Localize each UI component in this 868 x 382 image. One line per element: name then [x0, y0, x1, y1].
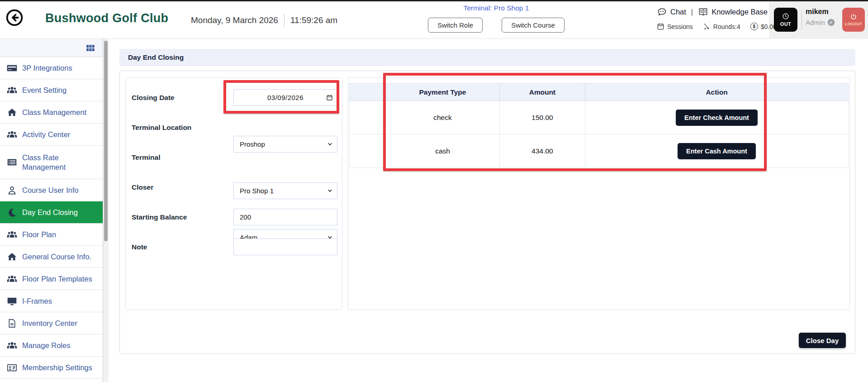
- golf-club-icon: [703, 23, 711, 30]
- sidebar-item-day-end-closing[interactable]: Day End Closing: [0, 201, 103, 224]
- app-header: Bushwood Golf Club Monday, 9 March 2026 …: [0, 1, 868, 39]
- enter-check-amount-button[interactable]: Enter Check Amount: [676, 110, 758, 126]
- current-date: Monday, 9 March 2026: [191, 15, 278, 25]
- sidebar-item-label: General Course Info.: [22, 252, 91, 262]
- chevron-down-icon: [327, 187, 333, 194]
- sidebar-item-class-rate-management[interactable]: Class Rate Management: [0, 146, 103, 179]
- sidebar-scrollbar-thumb[interactable]: [104, 41, 108, 241]
- sidebar-item-event-setting[interactable]: Event Setting: [0, 79, 103, 101]
- terminal-location-label: Terminal Location: [132, 124, 191, 132]
- document-icon: [7, 318, 17, 329]
- balance-display[interactable]: $ $0.00: [750, 23, 777, 30]
- sidebar-item-general-course-info[interactable]: General Course Info.: [0, 246, 103, 268]
- clock-out-button[interactable]: OUT: [774, 8, 797, 32]
- starting-balance-input[interactable]: 200: [233, 209, 337, 225]
- payment-summary-panel: Payment Type Amount Action check 150.00 …: [348, 77, 850, 310]
- sidebar-item-class-management[interactable]: Class Management: [0, 101, 103, 124]
- grid-menu-icon[interactable]: [85, 43, 95, 53]
- page-title: Day End Closing: [128, 53, 184, 62]
- users-icon: [7, 129, 17, 140]
- date-picker-icon[interactable]: [326, 94, 333, 101]
- back-button[interactable]: [6, 9, 23, 26]
- terminal-select[interactable]: Pro Shop 1: [233, 182, 337, 199]
- sidebar-header: [0, 39, 103, 57]
- sidebar-item-label: Inventory Center: [22, 319, 77, 328]
- logout-button[interactable]: LOGOUT: [842, 8, 865, 32]
- action-cell: Enter Check Amount: [585, 101, 849, 134]
- edit-role-icon[interactable]: [827, 19, 835, 26]
- users-icon: [7, 340, 17, 351]
- sidebar-item-manage-roles[interactable]: Manage Roles: [0, 334, 103, 357]
- sidebar-item-label: Day End Closing: [22, 208, 78, 217]
- amount-cell: 434.00: [500, 134, 585, 168]
- users-icon: [7, 274, 17, 284]
- book-icon: [698, 7, 708, 17]
- row-empty-cell: [350, 134, 386, 168]
- action-header: Action: [585, 84, 849, 101]
- action-cell: Enter Cash Amount: [585, 134, 849, 168]
- calendar-icon: [657, 23, 664, 30]
- sidebar-item-label: Floor Plan: [22, 230, 56, 239]
- users-icon: [7, 85, 17, 96]
- switch-course-button[interactable]: Switch Course: [502, 18, 564, 33]
- payment-type-cell: check: [386, 101, 500, 134]
- clock-icon: [782, 13, 789, 20]
- user-divider: [802, 10, 802, 30]
- close-day-button[interactable]: Close Day: [799, 333, 846, 348]
- sidebar-item-label: 3P Integrations: [22, 63, 72, 73]
- row-empty-cell: [350, 101, 386, 134]
- sidebar-item-membership-settings[interactable]: Membership Settings: [0, 357, 103, 379]
- page-title-bar: Day End Closing: [119, 49, 855, 66]
- closing-form-panel: Closing Date 03/09/2026 Terminal Locatio…: [125, 77, 342, 310]
- chevron-down-icon: [327, 141, 333, 148]
- credit-card-icon: [7, 63, 17, 73]
- knowledge-base-link[interactable]: Knowledge Base: [711, 8, 768, 16]
- monitor-icon: [7, 296, 17, 306]
- chat-link[interactable]: Chat: [670, 8, 686, 16]
- person-icon: [7, 185, 17, 196]
- closing-date-input[interactable]: 03/09/2026: [233, 89, 337, 106]
- terminal-label: Terminal: Pro Shop 1: [428, 4, 564, 12]
- closing-date-label: Closing Date: [132, 94, 175, 102]
- sidebar-item-course-user-info[interactable]: Course User Info: [0, 179, 103, 201]
- sidebar-item-activity-center[interactable]: Activity Center: [0, 124, 103, 146]
- dollar-icon: $: [750, 23, 758, 30]
- starting-balance-label: Starting Balance: [132, 213, 187, 221]
- switch-role-button[interactable]: Switch Role: [428, 18, 483, 33]
- terminal-location-select[interactable]: Proshop: [233, 136, 337, 153]
- user-role: Admin: [806, 19, 825, 26]
- sidebar-item-inventory-center[interactable]: Inventory Center: [0, 312, 103, 334]
- current-time: 11:59:26 am: [290, 15, 337, 25]
- empty-column-header: [350, 84, 386, 101]
- sidebar-item-floor-plan-templates[interactable]: Floor Plan Templates: [0, 268, 103, 290]
- sidebar-item-label: Floor Plan Templates: [22, 274, 92, 284]
- user-info: mikem Admin: [806, 8, 841, 26]
- chat-icon: [657, 7, 667, 17]
- payment-row: check 150.00 Enter Check Amount: [350, 101, 849, 134]
- datetime: Monday, 9 March 2026 11:59:26 am: [191, 14, 337, 27]
- enter-cash-amount-button[interactable]: Enter Cash Amount: [678, 143, 756, 159]
- note-input[interactable]: [233, 239, 337, 255]
- club-name: Bushwood Golf Club: [45, 11, 168, 25]
- id-card-icon: [7, 363, 17, 373]
- home-icon: [7, 252, 17, 262]
- datetime-divider: [284, 14, 285, 27]
- rounds-counter[interactable]: Rounds:4: [703, 23, 740, 30]
- payment-row: cash 434.00 Enter Cash Amount: [350, 134, 849, 168]
- sidebar-item-label: Class Rate Management: [22, 153, 98, 172]
- sessions-link[interactable]: Sessions: [657, 23, 693, 30]
- list-card-icon: [7, 157, 17, 167]
- sidebar-item-i-frames[interactable]: I-Frames: [0, 290, 103, 312]
- users-icon: [7, 229, 17, 240]
- sidebar-item-3p-integrations[interactable]: 3P Integrations: [0, 57, 103, 79]
- sidebar: 3P Integrations Event Setting Class Mana…: [0, 39, 103, 382]
- payment-table-header-row: Payment Type Amount Action: [350, 84, 849, 101]
- sidebar-item-label: Class Management: [22, 108, 86, 117]
- help-divider: |: [691, 8, 693, 16]
- amount-header: Amount: [500, 84, 585, 101]
- payment-table: Payment Type Amount Action check 150.00 …: [349, 83, 849, 168]
- terminal-label-form: Terminal: [132, 153, 160, 162]
- moon-icon: [7, 207, 17, 218]
- sidebar-item-floor-plan[interactable]: Floor Plan: [0, 224, 103, 246]
- sidebar-item-label: Activity Center: [22, 130, 70, 139]
